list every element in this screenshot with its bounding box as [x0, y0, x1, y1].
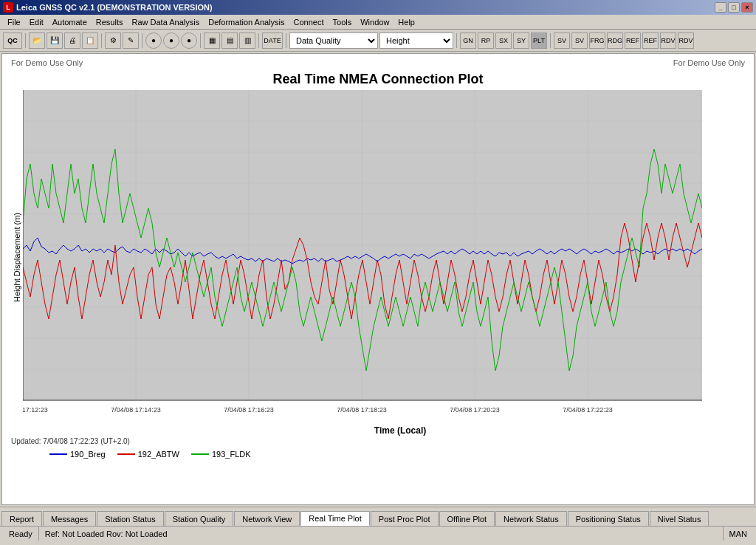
- legend-item-green: 193_FLDK: [191, 450, 251, 459]
- menu-bar: FileEditAutomateResultsRaw Data Analysis…: [0, 15, 756, 30]
- tab-post-proc-plot[interactable]: Post Proc Plot: [371, 511, 439, 526]
- legend-label-red: 192_ABTW: [138, 450, 179, 459]
- menu-item-raw-data-analysis[interactable]: Raw Data Analysis: [127, 17, 204, 27]
- save-button[interactable]: 💾: [47, 32, 63, 49]
- chart2-button[interactable]: ▤: [221, 32, 238, 49]
- toolbar-separator-2: [101, 33, 102, 48]
- frg-btn[interactable]: FRG: [589, 32, 605, 49]
- qc-button[interactable]: QC: [3, 32, 22, 49]
- toolbar-separator-6: [286, 33, 286, 48]
- tab-station-status[interactable]: Station Status: [97, 511, 164, 526]
- tab-report[interactable]: Report: [1, 511, 42, 526]
- plot-header: For Demo Use Only For Demo Use Only: [5, 57, 751, 69]
- status-bar: Ready Ref: Not Loaded Rov: Not Loaded MA…: [0, 526, 756, 541]
- menu-item-deformation-analysis[interactable]: Deformation Analysis: [204, 17, 289, 27]
- menu-item-edit[interactable]: Edit: [25, 17, 48, 27]
- tb-btn-g1[interactable]: GN: [460, 32, 476, 49]
- svg-text:7/04/08 17:16:23: 7/04/08 17:16:23: [224, 406, 274, 414]
- height-dropdown[interactable]: Height: [379, 32, 453, 49]
- title-text: Leica GNSS QC v2.1 (DEMONSTRATION VERSIO…: [16, 3, 213, 12]
- maximize-button[interactable]: □: [728, 2, 740, 13]
- tab-real-time-plot[interactable]: Real Time Plot: [300, 511, 370, 526]
- legend-label-blue: 190_Breg: [70, 450, 106, 459]
- toolbar: QC 📂 💾 🖨 📋 ⚙ ✎ ● ● ● ▦ ▤ ▥ DATE Data Qua…: [0, 30, 756, 52]
- bar-chart-button[interactable]: ▦: [204, 32, 220, 49]
- tab-nivel-status[interactable]: Nivel Status: [650, 511, 709, 526]
- tab-messages[interactable]: Messages: [43, 511, 96, 526]
- y-axis-label: Height Displacement (m): [11, 90, 23, 424]
- tab-network-view[interactable]: Network View: [234, 511, 300, 526]
- toolbar-separator-1: [25, 33, 26, 48]
- demo-watermark-left: For Demo Use Only: [11, 58, 83, 67]
- circle3-button[interactable]: ●: [181, 32, 197, 49]
- tab-bar: ReportMessagesStation StatusStation Qual…: [0, 507, 756, 526]
- svg-text:7/04/08 17:22:23: 7/04/08 17:22:23: [563, 406, 613, 414]
- plot-button[interactable]: PLT: [531, 32, 547, 49]
- toolbar-separator-3: [142, 33, 142, 48]
- chart-legend: 190_Breg 192_ABTW 193_FLDK: [5, 447, 751, 462]
- legend-item-blue: 190_Breg: [49, 450, 106, 459]
- chart-area[interactable]: 0.03 0.02 0.01 0.00 -0.01 -0.02 -0.03 -0…: [23, 90, 745, 424]
- ref-btn[interactable]: REF: [625, 32, 641, 49]
- circle1-button[interactable]: ●: [145, 32, 162, 49]
- svg-text:7/04/08 17:14:23: 7/04/08 17:14:23: [111, 406, 161, 414]
- chart-wrapper: Height Displacement (m): [5, 90, 751, 424]
- tab-station-quality[interactable]: Station Quality: [165, 511, 234, 526]
- x-axis-label: Time (Local): [49, 425, 751, 436]
- tb-btn-rp[interactable]: RP: [478, 32, 494, 49]
- toolbar-separator-4: [200, 33, 201, 48]
- close-button[interactable]: ×: [741, 2, 753, 13]
- settings-button[interactable]: ⚙: [105, 32, 121, 49]
- main-chart-svg: 0.03 0.02 0.01 0.00 -0.01 -0.02 -0.03 -0…: [23, 90, 702, 422]
- menu-item-automate[interactable]: Automate: [48, 17, 92, 27]
- chart3-button[interactable]: ▥: [239, 32, 255, 49]
- svg-text:7/04/08 17:18:23: 7/04/08 17:18:23: [337, 406, 387, 414]
- edit-button[interactable]: ✎: [123, 32, 139, 49]
- tab-positioning-status[interactable]: Positioning Status: [568, 511, 649, 526]
- legend-line-green: [191, 453, 209, 455]
- status-ready: Ready: [3, 527, 39, 541]
- sv-btn[interactable]: SV: [554, 32, 570, 49]
- plot-title: Real Time NMEA Connection Plot: [5, 69, 751, 90]
- rdv-btn[interactable]: RDV: [660, 32, 676, 49]
- legend-item-red: 192_ABTW: [117, 450, 179, 459]
- tb-btn-sy1[interactable]: SY: [513, 32, 529, 49]
- status-ref-info: Ref: Not Loaded Rov: Not Loaded: [39, 527, 724, 541]
- demo-watermark-right: For Demo Use Only: [673, 58, 745, 67]
- menu-item-file[interactable]: File: [3, 17, 25, 27]
- updated-text: Updated: 7/04/08 17:22:23 (UT+2.0): [11, 437, 130, 445]
- toolbar-separator-7: [456, 33, 457, 48]
- menu-item-results[interactable]: Results: [92, 17, 128, 27]
- legend-label-green: 193_FLDK: [212, 450, 251, 459]
- tab-offline-plot[interactable]: Offline Plot: [439, 511, 495, 526]
- title-bar: L Leica GNSS QC v2.1 (DEMONSTRATION VERS…: [0, 0, 756, 15]
- app-icon: L: [3, 2, 13, 13]
- date-button[interactable]: DATE: [262, 32, 283, 49]
- status-mode: MAN: [724, 527, 753, 541]
- open-button[interactable]: 📂: [29, 32, 45, 49]
- sv-btn2[interactable]: SV: [571, 32, 588, 49]
- minimize-button[interactable]: _: [715, 2, 726, 13]
- legend-line-red: [117, 453, 135, 455]
- circle2-button[interactable]: ●: [163, 32, 179, 49]
- menu-item-window[interactable]: Window: [356, 17, 394, 27]
- legend-line-blue: [49, 453, 67, 455]
- ref-btn2[interactable]: REF: [642, 32, 659, 49]
- rdg-btn[interactable]: RDG: [607, 32, 623, 49]
- copy-button[interactable]: 📋: [82, 32, 98, 49]
- menu-item-help[interactable]: Help: [394, 17, 419, 27]
- toolbar-separator-8: [550, 33, 551, 48]
- svg-text:7/04/08 17:12:23: 7/04/08 17:12:23: [23, 406, 48, 414]
- toolbar-separator-5: [258, 33, 259, 48]
- svg-text:7/04/08 17:20:23: 7/04/08 17:20:23: [450, 406, 500, 414]
- plot-container: For Demo Use Only For Demo Use Only Real…: [2, 54, 754, 465]
- print-button[interactable]: 🖨: [64, 32, 80, 49]
- menu-item-connect[interactable]: Connect: [289, 17, 329, 27]
- tb-btn-sx1[interactable]: SX: [495, 32, 512, 49]
- data-quality-dropdown[interactable]: Data Quality: [289, 32, 378, 49]
- rdv-btn2[interactable]: RDV: [678, 32, 694, 49]
- window-controls[interactable]: _ □ ×: [715, 2, 753, 13]
- tab-network-status[interactable]: Network Status: [495, 511, 567, 526]
- menu-item-tools[interactable]: Tools: [329, 17, 357, 27]
- main-content: For Demo Use Only For Demo Use Only Real…: [1, 53, 755, 505]
